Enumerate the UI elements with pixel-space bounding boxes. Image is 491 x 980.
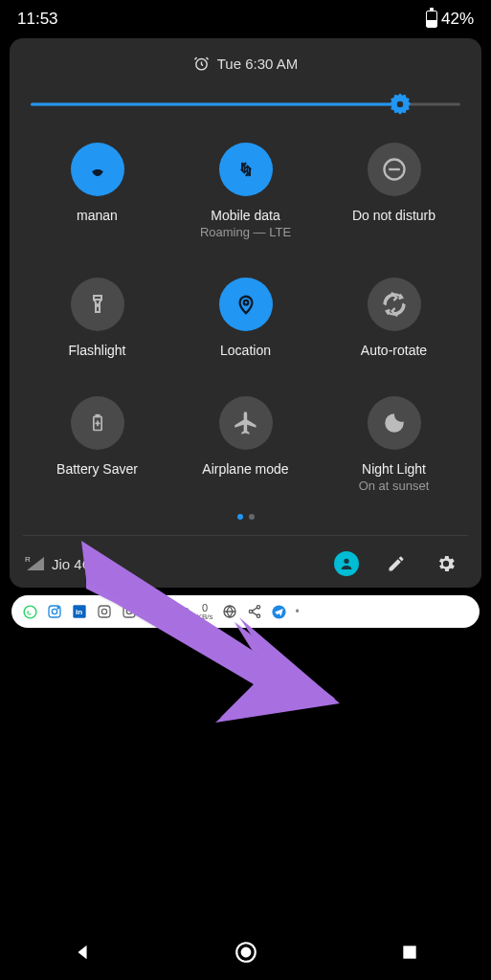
- instagram-icon-3: [121, 603, 138, 620]
- recents-icon: [400, 943, 419, 962]
- svg-point-18: [126, 609, 131, 613]
- status-time: 11:53: [17, 10, 58, 29]
- home-button[interactable]: [227, 933, 265, 971]
- battery-saver-icon: [71, 396, 124, 450]
- notification-tray[interactable]: in 21° 0KB/s •: [11, 595, 480, 628]
- status-bar: 11:53 42%: [0, 0, 491, 33]
- battery-percent: 42%: [441, 10, 474, 29]
- tile-night-light[interactable]: Night Light On at sunset: [320, 396, 468, 493]
- airplane-icon: [219, 396, 273, 450]
- tile-wifi[interactable]: manan: [23, 143, 171, 239]
- tile-flashlight[interactable]: Flashlight: [23, 278, 171, 358]
- svg-point-25: [241, 948, 250, 957]
- svg-point-11: [52, 609, 56, 613]
- tile-label: manan: [77, 208, 118, 223]
- tile-airplane-mode[interactable]: Airplane mode: [171, 396, 320, 493]
- tile-label: Location: [220, 343, 271, 358]
- wifi-icon: [71, 143, 124, 196]
- svg-point-4: [97, 304, 99, 306]
- svg-point-12: [57, 608, 58, 609]
- speed-widget: 0KB/s: [197, 603, 213, 621]
- moon-icon: [368, 396, 421, 450]
- instagram-icon-2: [96, 603, 113, 620]
- tile-mobile-data[interactable]: Mobile data Roaming — LTE: [171, 143, 320, 239]
- pencil-icon: [387, 554, 406, 573]
- navigation-bar: [0, 924, 491, 980]
- battery-icon: [426, 11, 437, 28]
- share-icon: [246, 603, 263, 620]
- svg-point-1: [396, 100, 404, 108]
- svg-point-16: [101, 609, 106, 613]
- alarm-text: Tue 6:30 AM: [217, 56, 299, 72]
- rotate-icon: [368, 278, 421, 331]
- svg-text:in: in: [76, 608, 82, 616]
- settings-button[interactable]: [432, 549, 460, 578]
- tile-sublabel: Roaming — LTE: [200, 225, 291, 239]
- tile-label: Night Light: [362, 461, 426, 477]
- tile-auto-rotate[interactable]: Auto-rotate: [320, 278, 468, 358]
- recents-button[interactable]: [391, 933, 429, 971]
- dot-active: [237, 514, 243, 520]
- brightness-slider[interactable]: [31, 93, 460, 116]
- tile-label: Do not disturb: [352, 208, 435, 223]
- flashlight-icon: [71, 278, 124, 331]
- tile-label: Battery Saver: [56, 461, 138, 477]
- tile-label: Auto-rotate: [361, 343, 427, 358]
- edit-button[interactable]: [382, 549, 411, 578]
- alarm-icon: [193, 56, 210, 72]
- tile-location[interactable]: Location: [171, 278, 320, 358]
- svg-point-5: [243, 301, 248, 305]
- user-icon: [334, 551, 359, 576]
- dot-inactive: [249, 514, 255, 520]
- tile-label: Mobile data: [211, 208, 279, 223]
- aperture-icon: [221, 603, 238, 620]
- temp-widget: 21°: [170, 605, 190, 619]
- carrier-info[interactable]: R Jio 4G: [23, 556, 332, 572]
- brightness-thumb-icon[interactable]: [388, 92, 413, 117]
- svg-rect-7: [96, 415, 99, 417]
- svg-rect-26: [403, 946, 415, 958]
- qs-footer: R Jio 4G: [23, 535, 468, 578]
- whatsapp-icon: [21, 603, 38, 620]
- back-icon: [72, 942, 93, 963]
- svg-point-8: [344, 559, 348, 564]
- gear-icon: [435, 553, 457, 574]
- more-dot: •: [296, 605, 300, 618]
- alarm-row[interactable]: Tue 6:30 AM: [23, 56, 468, 72]
- location-icon: [219, 278, 273, 331]
- back-button[interactable]: [63, 933, 101, 971]
- tile-label: Airplane mode: [202, 461, 288, 477]
- svg-rect-3: [94, 296, 101, 300]
- status-right: 42%: [426, 10, 474, 29]
- data-icon: [219, 143, 273, 196]
- page-indicator: [23, 514, 468, 520]
- signal-icon: R: [27, 557, 44, 570]
- telegram-icon: [271, 603, 288, 620]
- user-button[interactable]: [332, 549, 361, 578]
- carrier-name: Jio 4G: [52, 556, 93, 572]
- instagram-icon: [46, 603, 63, 620]
- quick-settings-panel: Tue 6:30 AM manan Mobile data Roaming — …: [10, 38, 481, 588]
- dnd-icon: [368, 143, 421, 196]
- tile-battery-saver[interactable]: Battery Saver: [23, 396, 171, 493]
- home-icon: [234, 940, 258, 965]
- tile-label: Flashlight: [69, 343, 126, 358]
- mustache-icon: [145, 603, 163, 620]
- qs-tiles-grid: manan Mobile data Roaming — LTE Do not d…: [23, 143, 468, 493]
- tile-do-not-disturb[interactable]: Do not disturb: [320, 143, 468, 239]
- svg-point-9: [24, 606, 36, 618]
- svg-rect-17: [123, 606, 135, 617]
- tile-sublabel: On at sunset: [359, 479, 430, 493]
- linkedin-icon: in: [71, 603, 88, 620]
- svg-rect-15: [99, 606, 110, 617]
